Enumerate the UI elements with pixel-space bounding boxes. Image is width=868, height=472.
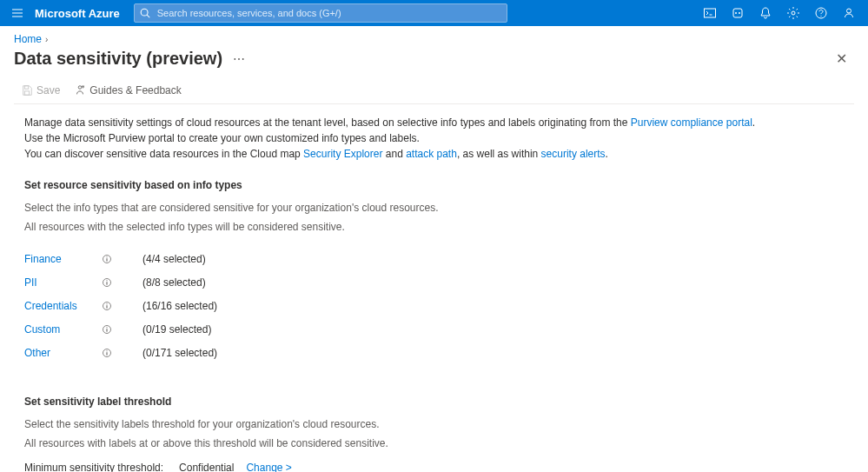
svg-point-20 [106,303,107,304]
svg-rect-10 [24,86,28,90]
hamburger-icon[interactable] [7,3,28,23]
save-icon [21,84,33,96]
settings-icon[interactable] [781,1,805,25]
svg-point-4 [735,12,737,14]
help-icon[interactable] [809,1,833,25]
info-icon[interactable] [101,347,113,359]
feedback-icon[interactable] [837,1,861,25]
svg-point-6 [792,11,795,15]
intro-line1: Manage data sensitivity settings of clou… [24,115,844,130]
close-button[interactable]: ✕ [836,50,847,67]
info-type-row: Credentials (16/16 selected) [24,294,844,317]
svg-rect-15 [106,258,107,261]
page-header: Data sensitivity (preview) ⋯ ✕ [0,49,868,79]
intro-line3: You can discover sensitive data resource… [24,146,844,162]
svg-point-5 [739,12,740,14]
info-type-row: Custom (0/19 selected) [24,317,844,341]
info-type-custom[interactable]: Custom [24,322,94,337]
info-icon[interactable] [101,276,113,289]
save-label: Save [36,84,60,96]
search-input[interactable] [134,3,507,23]
info-type-other[interactable]: Other [24,345,94,361]
intro-line2: Use the Microsoft Purview portal to crea… [24,130,844,146]
svg-rect-21 [106,305,107,308]
intro-text: You can discover sensitive data resource… [24,148,303,160]
info-type-finance[interactable]: Finance [24,251,94,267]
chevron-right-icon: › [45,35,48,44]
intro-text: . [606,148,608,160]
info-type-credentials[interactable]: Credentials [24,298,94,314]
search-wrap [134,3,507,23]
guides-button[interactable]: Guides & Feedback [74,84,181,96]
info-type-count: (16/16 selected) [142,298,217,314]
intro-text: . [752,116,755,129]
info-type-count: (0/19 selected) [142,322,211,337]
page-title: Data sensitivity (preview) [14,49,222,69]
svg-point-23 [106,327,107,328]
info-types-table: Finance (4/4 selected) PII (8/8 selected… [24,247,844,364]
svg-line-1 [147,15,149,17]
info-type-pii[interactable]: PII [24,275,94,290]
svg-point-14 [106,256,107,257]
svg-point-8 [820,16,821,17]
guides-label: Guides & Feedback [89,84,181,96]
info-icon[interactable] [101,323,113,336]
threshold-row: Minimum sensitivity threshold: Confident… [24,460,844,472]
svg-point-17 [106,280,107,281]
svg-rect-3 [733,9,742,17]
section2-heading: Set sensitivity label threshold [24,394,844,409]
toolbar: Save Guides & Feedback [0,79,868,102]
svg-point-0 [141,9,148,16]
threshold-change-link[interactable]: Change > [246,460,291,472]
info-icon[interactable] [101,253,113,265]
section2-desc2: All resources with labels at or above th… [24,435,844,451]
section2-desc1: Select the sensitivity labels threshold … [24,416,844,432]
svg-rect-11 [24,91,29,95]
svg-rect-18 [106,282,107,284]
save-button[interactable]: Save [21,84,60,96]
intro-text: , as well as within [457,148,541,160]
topbar-actions [698,1,861,25]
info-type-row: PII (8/8 selected) [24,270,844,294]
guides-icon [74,84,86,96]
info-type-count: (0/171 selected) [142,345,217,361]
security-explorer-link[interactable]: Security Explorer [303,148,382,160]
security-alerts-link[interactable]: security alerts [541,148,606,160]
purview-portal-link[interactable]: Purview compliance portal [631,116,752,129]
info-type-row: Finance (4/4 selected) [24,247,844,270]
search-icon [139,7,151,19]
info-icon[interactable] [101,300,113,312]
info-type-row: Other (0/171 selected) [24,341,844,364]
threshold-label: Minimum sensitivity threshold: [24,460,163,472]
svg-rect-2 [705,9,716,17]
attack-path-link[interactable]: attack path [406,148,457,160]
info-type-count: (8/8 selected) [142,275,206,290]
svg-point-12 [79,86,83,90]
notifications-icon[interactable] [753,1,778,25]
svg-rect-27 [106,352,107,355]
top-bar: Microsoft Azure [0,0,868,26]
more-actions-button[interactable]: ⋯ [233,52,246,66]
svg-point-9 [847,9,851,13]
svg-rect-24 [106,329,107,331]
copilot-icon[interactable] [726,1,750,25]
section1-desc1: Select the info types that are considere… [24,200,844,216]
threshold-value: Confidential [179,460,234,472]
info-type-count: (4/4 selected) [142,251,206,267]
svg-point-26 [106,350,107,351]
cloud-shell-icon[interactable] [698,1,722,25]
intro-text: Manage data sensitivity settings of clou… [24,116,631,129]
content: Manage data sensitivity settings of clou… [0,104,868,472]
breadcrumb-home[interactable]: Home [14,33,42,45]
section1-desc2: All resources with the selected info typ… [24,219,844,235]
intro-text: and [382,148,406,160]
brand-label[interactable]: Microsoft Azure [35,7,120,20]
breadcrumb: Home › [0,26,868,49]
section1-heading: Set resource sensitivity based on info t… [24,177,844,193]
